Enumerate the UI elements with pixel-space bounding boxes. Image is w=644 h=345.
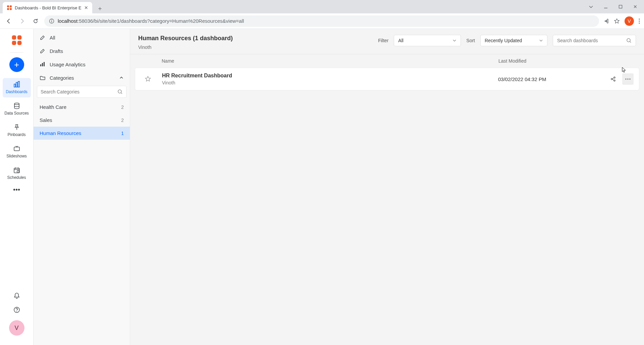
favorite-star-icon[interactable] (139, 76, 157, 82)
analytics-icon (40, 61, 46, 67)
rail-more-icon[interactable]: ••• (13, 186, 20, 194)
svg-point-34 (627, 39, 630, 42)
rail-item-label: Dashboards (6, 89, 28, 94)
col-name-header[interactable]: Name (157, 58, 498, 64)
app-logo[interactable] (10, 33, 23, 47)
chevron-up-icon (119, 75, 124, 80)
share-icon[interactable] (607, 73, 619, 85)
draft-icon (40, 48, 46, 54)
site-info-icon (49, 18, 54, 24)
svg-point-38 (614, 80, 615, 81)
svg-point-36 (611, 78, 612, 80)
page-subtitle: Vinoth (138, 45, 233, 50)
url-text: localhost:58036/bi/site/site1/dashboards… (58, 18, 244, 24)
sidebar-item-usage[interactable]: Usage Analytics (34, 58, 130, 71)
dashboard-modified: 03/02/2022 04:32 PM (498, 76, 592, 82)
search-icon (117, 89, 123, 94)
sort-value: Recently Updated (485, 38, 522, 43)
address-bar[interactable]: localhost:58036/bi/site/site1/dashboards… (44, 15, 599, 27)
svg-rect-1 (10, 5, 12, 7)
category-item-health-care[interactable]: Health Care 2 (34, 100, 130, 114)
rail-item-label: Slideshows (6, 154, 27, 158)
svg-rect-2 (7, 8, 9, 10)
tabs-menu-icon[interactable] (588, 4, 594, 9)
sidebar-item-label: All (50, 35, 55, 41)
sidebar-item-all[interactable]: All (34, 31, 130, 44)
category-search-input[interactable] (41, 89, 115, 94)
svg-rect-9 (607, 19, 608, 23)
svg-line-40 (612, 79, 614, 80)
dashboard-search-input[interactable] (557, 38, 624, 43)
window-controls: ✕ (588, 0, 644, 13)
dashboard-row[interactable]: HR Recruitment Dashboard Vinoth 03/02/20… (135, 68, 639, 90)
svg-rect-15 (12, 41, 16, 45)
browser-tab[interactable]: Dashboards - Bold BI Enterprise E ✕ (3, 2, 92, 13)
notifications-icon[interactable] (13, 292, 20, 299)
help-icon[interactable] (13, 306, 20, 314)
category-search[interactable] (37, 86, 126, 98)
chevron-down-icon (452, 39, 457, 43)
filter-label: Filter (378, 38, 388, 43)
dashboard-search[interactable] (553, 35, 636, 46)
svg-point-7 (51, 20, 52, 20)
window-minimize-icon[interactable] (602, 5, 609, 9)
search-icon (626, 38, 632, 43)
svg-rect-30 (42, 63, 43, 66)
browser-menu-icon[interactable] (639, 18, 640, 24)
rail-item-dashboards[interactable]: Dashboards (3, 78, 31, 97)
rail-item-label: Data Sources (4, 111, 29, 116)
folder-icon (40, 75, 46, 81)
svg-line-39 (612, 78, 614, 79)
svg-rect-19 (18, 81, 19, 87)
col-modified-header[interactable]: Last Modified (498, 58, 592, 64)
rail-item-slideshows[interactable]: Slideshows (3, 142, 31, 162)
category-item-sales[interactable]: Sales 2 (34, 114, 130, 127)
sort-dropdown[interactable]: Recently Updated (480, 35, 547, 46)
database-icon (13, 102, 20, 110)
sidebar-item-label: Drafts (50, 48, 63, 54)
sidebar-item-categories[interactable]: Categories (34, 71, 130, 84)
svg-rect-0 (7, 5, 9, 7)
filter-dropdown[interactable]: All (394, 35, 461, 46)
table-header: Name Last Modified (130, 54, 644, 68)
category-name: Sales (40, 117, 52, 123)
dashboard-author: Vinoth (162, 80, 498, 85)
category-count: 1 (121, 131, 124, 136)
nav-rail: + Dashboards Data Sources Pinboards Slid… (0, 29, 34, 345)
svg-point-41 (625, 78, 626, 79)
tab-favicon (7, 5, 12, 10)
rail-divider (10, 52, 23, 53)
category-count: 2 (121, 105, 124, 110)
share-page-icon[interactable] (603, 18, 609, 24)
sidebar-item-drafts[interactable]: Drafts (34, 44, 130, 58)
nav-forward-button[interactable] (17, 16, 27, 26)
category-item-human-resources[interactable]: Human Resources 1 (34, 127, 130, 140)
svg-line-33 (121, 93, 122, 94)
more-options-icon[interactable] (622, 73, 634, 85)
rail-item-pinboards[interactable]: Pinboards (3, 121, 31, 140)
tab-close-icon[interactable]: ✕ (84, 5, 88, 10)
nav-back-button[interactable] (4, 16, 13, 26)
tv-icon (13, 145, 20, 152)
profile-avatar[interactable]: V (625, 16, 634, 26)
rail-item-datasources[interactable]: Data Sources (3, 99, 31, 119)
svg-rect-17 (14, 84, 15, 87)
svg-rect-13 (12, 36, 16, 40)
user-avatar[interactable]: V (9, 320, 24, 336)
new-tab-button[interactable]: ＋ (95, 3, 105, 13)
create-button[interactable]: + (9, 57, 24, 72)
browser-tab-strip: Dashboards - Bold BI Enterprise E ✕ ＋ ✕ (0, 0, 644, 13)
bookmark-star-icon[interactable] (614, 18, 620, 24)
svg-line-35 (630, 42, 631, 43)
rail-item-schedules[interactable]: Schedules (3, 164, 31, 183)
window-close-icon[interactable]: ✕ (632, 4, 639, 9)
edit-icon (40, 34, 46, 41)
rail-item-label: Schedules (7, 175, 26, 180)
svg-rect-8 (51, 21, 52, 22)
nav-reload-button[interactable] (31, 16, 40, 26)
browser-toolbar: localhost:58036/bi/site/site1/dashboards… (0, 13, 644, 29)
main-header: Human Resources (1 dashboard) Vinoth Fil… (130, 29, 644, 54)
window-maximize-icon[interactable] (617, 5, 624, 9)
category-name: Human Resources (40, 130, 81, 136)
category-count: 2 (121, 118, 124, 123)
